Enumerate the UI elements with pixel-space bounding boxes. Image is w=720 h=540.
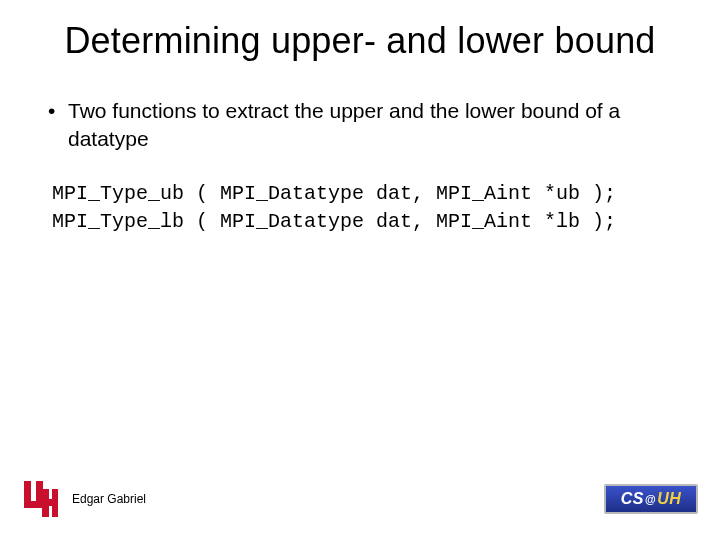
csuh-badge-icon: CS@UH [604,484,698,514]
code-line: MPI_Type_ub ( MPI_Datatype dat, MPI_Aint… [52,182,616,205]
slide-title: Determining upper- and lower bound [0,0,720,61]
badge-uh: UH [657,490,681,508]
badge-at: @ [644,493,657,505]
slide-body: • Two functions to extract the upper and… [0,61,720,236]
bullet-item: • Two functions to extract the upper and… [48,97,672,152]
footer: Edgar Gabriel CS@UH [22,472,698,526]
svg-rect-5 [42,499,58,506]
code-block: MPI_Type_ub ( MPI_Datatype dat, MPI_Aint… [48,180,672,236]
bullet-text: Two functions to extract the upper and t… [68,97,672,152]
bullet-marker: • [48,97,68,152]
footer-left: Edgar Gabriel [22,479,146,519]
code-line: MPI_Type_lb ( MPI_Datatype dat, MPI_Aint… [52,210,616,233]
author-name: Edgar Gabriel [72,492,146,506]
uh-logo-icon [22,479,58,519]
badge-cs: CS [621,490,644,508]
svg-rect-2 [24,501,43,508]
slide: Determining upper- and lower bound • Two… [0,0,720,540]
